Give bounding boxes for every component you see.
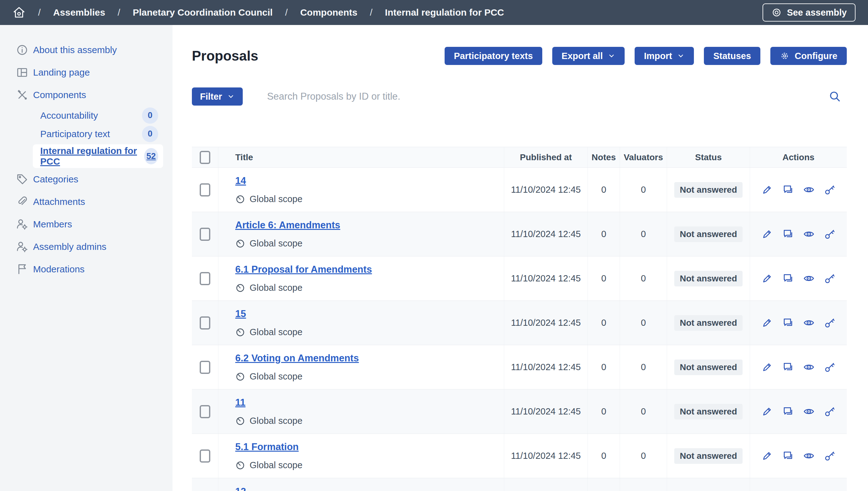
title-cell: 12	[218, 478, 504, 491]
sidebar-item-assembly-admins[interactable]: Assembly admins	[0, 235, 173, 258]
row-checkbox[interactable]	[200, 316, 210, 329]
sidebar-item-categories[interactable]: Categories	[0, 168, 173, 191]
row-checkbox[interactable]	[200, 450, 210, 463]
breadcrumb-item-assembly[interactable]: Planetary Coordination Council	[133, 7, 272, 18]
proposal-title-link[interactable]: 11	[235, 397, 246, 408]
sidebar-item-moderations[interactable]: Moderations	[0, 258, 173, 281]
breadcrumb-item-component[interactable]: Internal regulation for PCC	[385, 7, 504, 18]
notes-cell: 0	[588, 212, 620, 256]
edit-icon[interactable]	[761, 273, 773, 284]
sidebar-item-landing-page[interactable]: Landing page	[0, 61, 173, 84]
row-checkbox[interactable]	[200, 272, 210, 285]
edit-icon[interactable]	[761, 406, 773, 417]
preview-icon[interactable]	[803, 362, 815, 373]
sidebar: About this assembly Landing page Compone…	[0, 25, 173, 491]
row-select-cell	[192, 168, 218, 212]
answer-icon[interactable]	[782, 450, 794, 462]
preview-icon[interactable]	[803, 406, 815, 417]
preview-icon[interactable]	[803, 273, 815, 284]
title-cell: 15 Global scope	[218, 301, 504, 345]
sidebar-item-members[interactable]: Members	[0, 213, 173, 235]
answer-icon[interactable]	[782, 228, 794, 240]
search-icon[interactable]	[829, 90, 841, 103]
row-checkbox[interactable]	[200, 228, 210, 241]
see-assembly-button[interactable]: See assembly	[763, 3, 856, 22]
sidebar-item-internal-regulation[interactable]: Internal regulation for PCC 52	[33, 144, 163, 168]
sidebar-item-components[interactable]: Components	[0, 84, 173, 106]
title-cell: Article 6: Amendments Global scope	[218, 212, 504, 256]
actions-cell	[750, 301, 847, 345]
status-badge: Not answered	[674, 182, 743, 198]
search-input[interactable]	[267, 91, 847, 102]
proposal-title-link[interactable]: 12	[235, 486, 246, 491]
preview-icon[interactable]	[803, 317, 815, 328]
preview-icon[interactable]	[803, 450, 815, 462]
answer-icon[interactable]	[782, 406, 794, 417]
edit-icon[interactable]	[761, 184, 773, 196]
edit-icon[interactable]	[761, 228, 773, 240]
import-button[interactable]: Import	[634, 47, 694, 65]
sidebar-item-accountability[interactable]: Accountability 0	[33, 106, 163, 125]
select-all-cell	[192, 147, 218, 167]
permissions-key-icon[interactable]	[824, 317, 836, 328]
proposal-title-link[interactable]: 6.1 Proposal for Amendments	[235, 264, 372, 275]
select-all-checkbox[interactable]	[200, 151, 210, 164]
row-select-cell	[192, 478, 218, 491]
title-cell: 5.1 Formation Global scope	[218, 434, 504, 478]
proposal-title-link[interactable]: 15	[235, 308, 246, 320]
count-badge: 0	[142, 126, 158, 142]
row-checkbox[interactable]	[200, 405, 210, 418]
scope-label: Global scope	[250, 283, 302, 293]
column-header-valuators: Valuators	[620, 147, 667, 167]
configure-button[interactable]: Configure	[770, 47, 847, 65]
proposal-title-link[interactable]: 14	[235, 175, 246, 186]
breadcrumb-item-components[interactable]: Components	[300, 7, 357, 18]
scope-icon	[235, 239, 245, 249]
permissions-key-icon[interactable]	[824, 362, 836, 373]
title-cell: 14 Global scope	[218, 168, 504, 212]
answer-icon[interactable]	[782, 317, 794, 328]
permissions-key-icon[interactable]	[824, 184, 836, 196]
edit-icon[interactable]	[761, 317, 773, 328]
permissions-key-icon[interactable]	[824, 406, 836, 417]
preview-icon[interactable]	[803, 184, 815, 196]
answer-icon[interactable]	[782, 273, 794, 284]
actions-cell	[750, 345, 847, 389]
breadcrumb-item-assemblies[interactable]: Assemblies	[53, 7, 105, 18]
statuses-button[interactable]: Statuses	[704, 47, 761, 65]
column-header-notes: Notes	[588, 147, 620, 167]
eye-icon	[771, 7, 782, 18]
export-all-button[interactable]: Export all	[552, 47, 625, 65]
table-row: 6.2 Voting on Amendments Global scope 11…	[192, 345, 847, 389]
count-badge: 0	[142, 108, 158, 124]
title-cell: 6.1 Proposal for Amendments Global scope	[218, 256, 504, 300]
table-row: 15 Global scope 11/10/2024 12:45 0 0 Not…	[192, 301, 847, 345]
sidebar-item-about[interactable]: About this assembly	[0, 39, 173, 61]
edit-icon[interactable]	[761, 362, 773, 373]
permissions-key-icon[interactable]	[824, 228, 836, 240]
valuators-cell: 0	[620, 389, 667, 434]
edit-icon[interactable]	[761, 450, 773, 462]
table-body: 14 Global scope 11/10/2024 12:45 0 0 Not…	[192, 168, 847, 491]
home-icon[interactable]	[12, 6, 26, 19]
flag-icon	[16, 263, 28, 275]
answer-icon[interactable]	[782, 362, 794, 373]
answer-icon[interactable]	[782, 184, 794, 196]
participatory-texts-button[interactable]: Participatory texts	[444, 47, 542, 65]
row-checkbox[interactable]	[200, 183, 210, 197]
preview-icon[interactable]	[803, 228, 815, 240]
proposal-title-link[interactable]: Article 6: Amendments	[235, 220, 340, 231]
column-header-actions: Actions	[750, 147, 847, 167]
row-checkbox[interactable]	[200, 361, 210, 374]
sidebar-item-participatory-text[interactable]: Participatory text 0	[33, 125, 163, 143]
status-cell: Not answered	[667, 212, 750, 256]
permissions-key-icon[interactable]	[824, 273, 836, 284]
filter-button[interactable]: Filter	[192, 87, 243, 106]
permissions-key-icon[interactable]	[824, 450, 836, 462]
proposal-title-link[interactable]: 6.2 Voting on Amendments	[235, 353, 359, 364]
scope-line: Global scope	[235, 371, 302, 382]
sidebar-item-attachments[interactable]: Attachments	[0, 191, 173, 213]
proposal-title-link[interactable]: 5.1 Formation	[235, 441, 299, 453]
sidebar-item-label: Moderations	[33, 264, 85, 275]
status-cell	[667, 478, 750, 491]
